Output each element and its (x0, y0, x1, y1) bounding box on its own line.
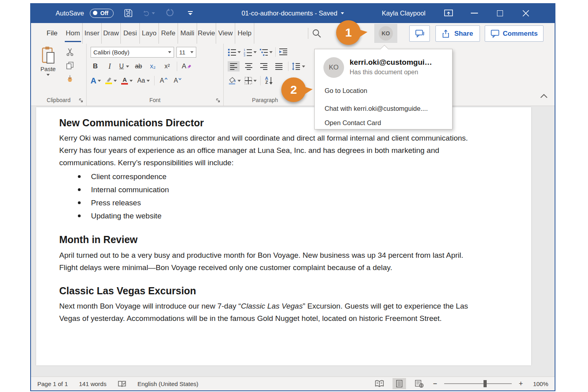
text-effects-button[interactable]: A (91, 75, 101, 86)
align-center-button[interactable] (243, 61, 255, 71)
paste-button[interactable]: Paste (37, 46, 60, 91)
justify-button[interactable] (273, 61, 285, 71)
italic-button[interactable]: I (105, 61, 114, 71)
menu-item-open-contact-card[interactable]: Open Contact Card (325, 119, 381, 127)
justify-icon (275, 63, 283, 70)
decrease-indent-button[interactable] (279, 47, 288, 57)
proofing-icon[interactable] (118, 380, 126, 388)
borders-button[interactable] (244, 75, 257, 86)
shading-button[interactable] (228, 75, 241, 86)
doc-heading-3: Classic Las Vegas Excursion (59, 285, 473, 297)
page-indicator[interactable]: Page 1 of 1 (37, 380, 68, 387)
list-item: Internal communication (59, 183, 473, 196)
signed-in-user[interactable]: Kayla Claypool (382, 10, 426, 17)
grow-arrow-icon (164, 77, 168, 80)
tab-design[interactable]: Desi (121, 23, 140, 44)
underline-button[interactable]: U (119, 61, 129, 71)
tab-file[interactable]: File (41, 29, 64, 37)
grow-font-button[interactable]: A (159, 75, 168, 86)
chat-button[interactable] (409, 25, 430, 42)
change-case-button[interactable]: Aa (137, 75, 150, 86)
font-size-combo[interactable]: 11 (176, 47, 196, 58)
subscript-button[interactable]: x₂ (148, 61, 158, 71)
multilevel-list-caret-icon (269, 51, 273, 53)
cut-button[interactable] (65, 47, 75, 57)
text-highlight-button[interactable] (105, 75, 117, 86)
zoom-level[interactable]: 100% (530, 380, 548, 387)
multilevel-list-button[interactable] (259, 47, 273, 57)
web-layout-button[interactable] (412, 378, 426, 389)
autosave-toggle-dot (93, 11, 97, 15)
shrink-font-button[interactable]: A (173, 75, 182, 86)
font-group: Calibri (Body) 11 B I U ab x₂ x² (87, 44, 224, 106)
search-icon[interactable] (311, 28, 323, 39)
zoom-slider[interactable] (444, 380, 512, 387)
save-icon[interactable] (122, 8, 134, 18)
collapse-ribbon-icon[interactable] (540, 94, 547, 98)
sort-z-glyph: Z (265, 81, 268, 85)
tab-layout[interactable]: Layo (140, 23, 159, 44)
align-right-button[interactable] (258, 61, 270, 71)
tab-home[interactable]: Hom (64, 23, 83, 44)
share-button[interactable]: Share (435, 25, 480, 42)
zoom-in-button[interactable]: + (518, 380, 524, 388)
font-color-bar (121, 83, 128, 85)
ribbon-tabs-row: File Hom Inser Draw Desi Layo Refe Maili… (31, 23, 555, 44)
tab-help[interactable]: Help (235, 23, 254, 44)
doc-heading-2: Month in Review (59, 234, 473, 246)
font-size-value: 11 (179, 49, 186, 56)
document-page[interactable]: New Communications Director Kerry Oki wa… (36, 107, 531, 365)
word-count[interactable]: 141 words (79, 380, 106, 387)
clear-formatting-button[interactable]: A (182, 61, 191, 71)
language-indicator[interactable]: English (United States) (137, 380, 198, 387)
strikethrough-button[interactable]: ab (134, 61, 143, 71)
tab-mailings[interactable]: Maili (178, 23, 197, 44)
tab-references[interactable]: Refe (159, 23, 178, 44)
numbered-list-button[interactable]: 1 2 3 (244, 47, 257, 57)
customize-quick-access-icon[interactable] (184, 8, 196, 18)
tab-review[interactable]: Revie (197, 23, 216, 44)
document-title[interactable]: 01-co-author-documents - Saved (242, 10, 344, 17)
font-color-glyph: A (123, 77, 127, 83)
font-group-label: Font (87, 97, 223, 103)
zoom-out-button[interactable]: − (432, 380, 438, 388)
step-1-callout: 1 (336, 20, 361, 45)
font-dialog-launcher-icon[interactable] (216, 98, 221, 103)
doc-paragraph-1: Kerry Oki was named communications direc… (59, 132, 472, 169)
comments-button[interactable]: Comments (485, 25, 544, 42)
align-left-button[interactable] (228, 61, 240, 71)
bullet-list-button[interactable] (228, 47, 241, 57)
tab-view[interactable]: View (216, 23, 235, 44)
align-center-icon (245, 63, 253, 70)
tab-insert[interactable]: Inser (83, 23, 102, 44)
maximize-button[interactable] (491, 4, 509, 22)
redo-icon[interactable] (164, 8, 176, 18)
line-spacing-button[interactable] (292, 61, 305, 71)
clipboard-dialog-launcher-icon[interactable] (79, 98, 84, 103)
read-mode-button[interactable] (373, 378, 386, 389)
align-right-icon (260, 63, 268, 70)
print-layout-button[interactable] (393, 378, 406, 389)
bold-button[interactable]: B (91, 61, 100, 71)
superscript-button[interactable]: x² (162, 61, 172, 71)
font-color-button[interactable]: A (121, 75, 133, 86)
font-name-combo[interactable]: Calibri (Body) (91, 47, 174, 58)
line-spacing-icon (292, 62, 300, 70)
close-button[interactable] (517, 4, 535, 22)
menu-item-go-to-location[interactable]: Go to Location (325, 87, 367, 95)
numbered-list-caret-icon (253, 51, 257, 53)
list-item: Press releases (59, 196, 473, 209)
step-2-callout: 2 (281, 77, 306, 102)
coauthor-presence-button[interactable]: KO (374, 24, 397, 43)
autosave-toggle[interactable]: Off (90, 9, 114, 18)
title-dropdown-caret-icon (341, 12, 344, 14)
menu-item-chat[interactable]: Chat with kerri.oki@customguide.... (325, 105, 428, 112)
copy-button[interactable] (65, 60, 75, 71)
tab-draw[interactable]: Draw (102, 23, 121, 44)
sort-button[interactable]: A Z (264, 75, 274, 86)
undo-icon[interactable] (143, 8, 155, 18)
minimize-button[interactable] (465, 4, 483, 22)
format-painter-button[interactable] (65, 74, 75, 84)
zoom-slider-thumb[interactable] (484, 380, 487, 387)
ribbon-display-options-icon[interactable] (439, 4, 457, 22)
